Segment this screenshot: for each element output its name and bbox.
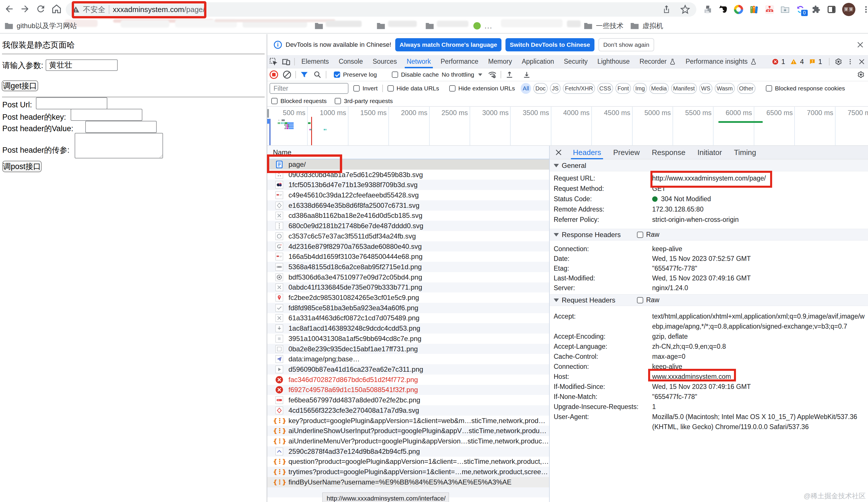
inspect-element-icon[interactable] — [267, 55, 280, 68]
devtools-close-icon[interactable] — [858, 58, 865, 65]
bookmark-vm-folder[interactable]: 虚拟机 — [630, 21, 663, 31]
devtools-tab[interactable]: Performance insights — [681, 55, 762, 68]
extensions-puzzle-icon[interactable] — [811, 4, 821, 14]
request-row[interactable]: data:image/png;base… — [267, 354, 549, 364]
request-row[interactable]: 0abdc41f1336845de735e079b333b771.png — [267, 282, 549, 293]
response-raw-checkbox[interactable]: Raw — [637, 231, 659, 239]
checkbox-box[interactable] — [335, 98, 341, 104]
request-row[interactable]: {⋮} aiUnderlineShowUserInput?product=goo… — [267, 426, 549, 436]
extension-evernote-icon[interactable] — [718, 4, 728, 14]
extension-cube-icon[interactable] — [703, 4, 712, 14]
invert-checkbox[interactable]: Invert — [353, 85, 378, 92]
details-tab[interactable]: Headers — [567, 146, 607, 159]
browser-menu-icon[interactable] — [861, 4, 868, 14]
request-headers-section-header[interactable]: Request Headers Raw — [550, 294, 868, 306]
request-row[interactable]: fac346d702827d867bdc6d51d2f4f772.png — [267, 375, 549, 385]
request-row[interactable]: fc2bee2dc9853010824265e3cf01e5c9.png — [267, 292, 549, 303]
always-match-language-button[interactable]: Always match Chrome's language — [395, 38, 502, 51]
checkbox-box[interactable] — [637, 232, 643, 238]
devtools-settings-icon[interactable] — [834, 58, 842, 66]
checkbox-box[interactable] — [449, 85, 455, 92]
devtools-tab[interactable]: Recorder — [634, 55, 681, 68]
reload-button[interactable] — [34, 3, 47, 15]
profile-avatar[interactable]: 莱莱 — [842, 3, 855, 16]
share-icon[interactable] — [662, 4, 671, 14]
redacted-bookmark-folder[interactable] — [314, 21, 323, 31]
redacted-bookmark-folder[interactable] — [376, 21, 385, 31]
request-row[interactable]: 3951a100431308a1af5c9bb694cd8c7e.png — [267, 334, 549, 344]
details-tab[interactable]: Response — [646, 146, 692, 159]
request-row[interactable]: c3537c6c57e37ac3f5511d5df34a24fb.svg — [267, 231, 549, 241]
post-key-input[interactable] — [71, 109, 142, 121]
request-row[interactable]: 1ac8af1acd1463893248c9dcdc4cdd53.png — [267, 323, 549, 334]
response-headers-section-header[interactable]: Response Headers Raw — [550, 229, 868, 241]
network-settings-icon[interactable] — [857, 71, 865, 79]
bookmark-tech-folder[interactable]: 一些技术 — [584, 21, 623, 31]
request-row[interactable]: {⋮} aiUnderlineMenuVer?product=googlePlu… — [267, 436, 549, 446]
extension-books-icon[interactable] — [749, 4, 759, 14]
request-row[interactable]: {⋮} question?product=googlePlugin&appVer… — [267, 457, 549, 467]
request-row[interactable]: fd8fd985ce581ba3eb5a923ea34a60f6.png — [267, 303, 549, 313]
request-row[interactable]: d596090b87ea41d16ca237ea62e7c311.png — [267, 364, 549, 375]
back-button[interactable] — [3, 3, 16, 15]
export-har-icon[interactable] — [520, 68, 533, 81]
checkbox-box[interactable] — [766, 85, 772, 92]
bookmark-star-icon[interactable] — [680, 4, 690, 14]
devtools-menu-icon[interactable] — [847, 58, 854, 65]
filter-chip[interactable]: Other — [737, 83, 755, 94]
extension-sitemap-icon[interactable] — [765, 4, 774, 14]
home-button[interactable] — [50, 3, 63, 15]
disable-cache-checkbox-box[interactable] — [392, 72, 398, 78]
switch-devtools-chinese-button[interactable]: Switch DevTools to Chinese — [506, 38, 595, 51]
checkbox-box[interactable] — [637, 297, 643, 303]
error-badge-icon[interactable] — [772, 59, 778, 65]
side-panel-icon[interactable] — [827, 4, 836, 14]
devtools-tab[interactable]: Memory — [483, 55, 517, 68]
banner-close-icon[interactable] — [857, 41, 864, 49]
warning-badge-icon[interactable] — [790, 59, 797, 65]
dont-show-again-button[interactable]: Don't show again — [599, 38, 654, 51]
param-input[interactable]: 黄壮壮 — [45, 60, 118, 71]
search-icon[interactable] — [311, 68, 324, 81]
details-tab[interactable]: Timing — [728, 146, 762, 159]
blocked-requests-checkbox[interactable]: Blocked requests — [271, 97, 327, 104]
clear-icon[interactable] — [280, 68, 293, 81]
request-row[interactable]: f6927c49578a69d1c150a5088541f32f.png — [267, 385, 549, 395]
request-row[interactable]: 4d2316e879f82970a7653ade60880e40.svg — [267, 241, 549, 252]
preserve-log-checkbox[interactable]: Preserve log — [334, 71, 377, 78]
network-conditions-icon[interactable] — [486, 68, 499, 81]
request-row[interactable]: {⋮} trytimes?product=googlePlugin&appVer… — [267, 467, 549, 477]
filter-chip[interactable]: Manifest — [671, 83, 697, 94]
third-party-requests-checkbox[interactable]: 3rd-party requests — [335, 97, 393, 104]
devtools-tab[interactable]: Sources — [368, 55, 402, 68]
extension-folder-download-icon[interactable] — [780, 4, 790, 14]
bookmark-green-icon[interactable]: ... — [473, 21, 493, 31]
throttling-select[interactable]: No throttling — [442, 71, 482, 78]
checkbox-box[interactable] — [388, 85, 394, 92]
issues-badge-icon[interactable] — [809, 59, 816, 65]
devtools-tab[interactable]: Network — [402, 55, 436, 68]
request-row[interactable]: 4cd15656f3223cfe3e270408a17a7d9a.svg — [267, 405, 549, 416]
request-row[interactable]: c49e45610c39da122cfeefaeebd55428.svg — [267, 190, 549, 200]
get-button[interactable]: 调get接口 — [2, 80, 38, 91]
devtools-tab[interactable]: Security — [559, 55, 592, 68]
devtools-tab[interactable]: Elements — [297, 55, 334, 68]
request-raw-checkbox[interactable]: Raw — [637, 296, 659, 304]
post-url-input[interactable] — [36, 97, 107, 109]
filter-chip[interactable]: Img — [633, 83, 647, 94]
filter-chip[interactable]: JS — [550, 83, 561, 94]
hide-extension-urls-checkbox[interactable]: Hide extension URLs — [449, 85, 515, 92]
devtools-tab[interactable]: Performance — [436, 55, 483, 68]
import-har-icon[interactable] — [503, 68, 516, 81]
filter-chip[interactable]: WS — [699, 83, 712, 94]
request-row[interactable]: 680c0e9d2181b21748b6e7de487dddd0.svg — [267, 221, 549, 231]
request-row[interactable]: fe6bea567997dd4837a8ded07e2fe2bc.png — [267, 395, 549, 405]
request-row[interactable]: e16338d6694e35b8d6f8fa25007c6731.svg — [267, 200, 549, 211]
request-row[interactable]: 61a331a4f463d6cf0872c1cd7d075489.png — [267, 313, 549, 323]
request-row[interactable]: 5368a48155d18c6a2ce8ab95f2715e1d.png — [267, 262, 549, 272]
filter-chip[interactable]: Font — [616, 83, 631, 94]
checkbox-box[interactable] — [271, 98, 278, 104]
filter-input[interactable]: Filter — [269, 83, 349, 94]
post-value-input[interactable] — [85, 121, 157, 133]
disable-cache-checkbox[interactable]: Disable cache — [392, 71, 439, 78]
